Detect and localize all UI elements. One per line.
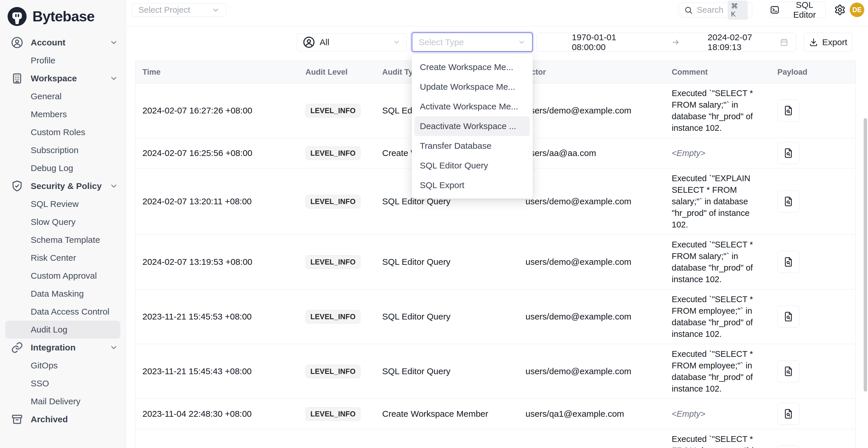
- cell-actor: users/demo@example.com: [526, 366, 631, 376]
- audit-level-badge: LEVEL_INFO: [305, 255, 361, 269]
- payload-view-button[interactable]: [777, 142, 799, 164]
- search-placeholder: Search: [697, 5, 723, 15]
- payload-view-button[interactable]: [777, 445, 799, 448]
- brand-name: Bytebase: [32, 8, 94, 25]
- select-project-dropdown[interactable]: Select Project: [132, 3, 226, 17]
- payload-view-button[interactable]: [777, 360, 799, 382]
- sidebar-item-label: Integration: [31, 343, 75, 352]
- sidebar-item-data-masking[interactable]: Data Masking: [0, 285, 126, 303]
- audit-level-badge: LEVEL_INFO: [305, 104, 361, 118]
- sidebar-item-general[interactable]: General: [0, 87, 126, 105]
- sidebar-item-mail-delivery[interactable]: Mail Delivery: [0, 392, 126, 410]
- sidebar-item-label: Data Access Control: [31, 307, 110, 317]
- menu-item-update-workspace-me[interactable]: Update Workspace Me...: [412, 77, 533, 97]
- column-header-time: Time: [135, 61, 299, 83]
- shield-check-icon: [11, 180, 23, 192]
- file-search-icon: [783, 409, 794, 419]
- sidebar-item-archived[interactable]: Archived: [0, 410, 126, 428]
- export-button[interactable]: Export: [804, 33, 852, 52]
- audit-level-badge: LEVEL_INFO: [305, 147, 361, 160]
- sidebar-item-label: Profile: [31, 56, 55, 65]
- sidebar-item-label: Debug Log: [31, 163, 73, 173]
- sidebar-item-schema-template[interactable]: Schema Template: [0, 231, 126, 249]
- sidebar-item-security-policy[interactable]: Security & Policy: [0, 177, 126, 195]
- sidebar-item-sql-review[interactable]: SQL Review: [0, 195, 126, 213]
- sidebar-item-integration[interactable]: Integration: [0, 339, 126, 357]
- file-search-icon: [783, 105, 794, 116]
- search-input[interactable]: Search ⌘ K: [679, 3, 752, 18]
- chevron-down-icon: [110, 74, 118, 83]
- cell-time: 2023-11-21 15:45:43 +08:00: [143, 366, 252, 376]
- sidebar-item-label: GitOps: [31, 361, 58, 371]
- column-header-comment: Comment: [665, 61, 770, 83]
- cell-comment: Executed `"SELECT * FROM employee;"` in …: [672, 348, 764, 394]
- payload-view-button[interactable]: [777, 306, 799, 328]
- sidebar-item-sso[interactable]: SSO: [0, 375, 126, 392]
- sidebar-item-label: General: [31, 91, 62, 101]
- date-end-value[interactable]: 2024-02-07 18:09:13: [708, 32, 780, 52]
- sidebar-item-subscription[interactable]: Subscription: [0, 141, 126, 159]
- table-row: 2023-11-21 15:45:53 +08:00 LEVEL_INFO SQ…: [135, 289, 856, 344]
- sidebar-item-profile[interactable]: Profile: [0, 52, 126, 69]
- sidebar-item-members[interactable]: Members: [0, 105, 126, 123]
- sidebar-item-label: Slow Query: [31, 217, 75, 227]
- menu-item-sql-export[interactable]: SQL Export: [412, 175, 533, 195]
- search-shortcut-badge: ⌘ K: [727, 1, 748, 20]
- audit-level-badge: LEVEL_INFO: [305, 310, 361, 324]
- payload-view-button[interactable]: [777, 100, 799, 122]
- table-row: 2023-11-04 22:48:30 +08:00 LEVEL_INFO Cr…: [135, 399, 856, 429]
- sidebar-item-custom-approval[interactable]: Custom Approval: [0, 267, 126, 285]
- menu-item-transfer-database[interactable]: Transfer Database: [412, 136, 533, 156]
- menu-item-sql-editor-query[interactable]: SQL Editor Query: [412, 156, 533, 175]
- cell-actor: users/aa@aa.com: [526, 148, 596, 158]
- avatar[interactable]: DE: [850, 3, 864, 17]
- sidebar-item-label: Data Masking: [31, 289, 84, 299]
- download-icon: [809, 38, 818, 47]
- column-header-actor: Actor: [519, 61, 665, 83]
- sql-editor-button[interactable]: SQL Editor: [770, 2, 826, 18]
- sidebar-item-slow-query[interactable]: Slow Query: [0, 213, 126, 231]
- table-row: 2023-11-04 21:26:24 +08:00 LEVEL_INFO SQ…: [135, 429, 856, 448]
- sql-editor-label: SQL Editor: [784, 0, 826, 20]
- cell-comment: Executed `"SELECT * FROM employee;"` in …: [672, 293, 764, 340]
- gear-icon[interactable]: [834, 4, 846, 15]
- menu-item-deactivate-workspace[interactable]: Deactivate Workspace ...: [414, 116, 530, 136]
- cell-audit-type: SQL Editor Query: [382, 366, 451, 376]
- chevron-down-icon: [110, 38, 118, 47]
- sidebar-item-risk-center[interactable]: Risk Center: [0, 249, 126, 267]
- menu-item-activate-workspace-me[interactable]: Activate Workspace Me...: [412, 97, 533, 116]
- type-filter-dropdown[interactable]: Select Type: [412, 32, 533, 52]
- sidebar-item-label: SQL Review: [31, 199, 79, 209]
- vertical-scrollbar[interactable]: [864, 118, 867, 391]
- file-search-icon: [783, 148, 794, 158]
- sidebar-item-label: Security & Policy: [31, 181, 102, 191]
- sidebar-item-audit-log[interactable]: Audit Log: [5, 321, 120, 339]
- column-header-payload: Payload: [770, 61, 856, 83]
- sidebar-item-gitops[interactable]: GitOps: [0, 357, 126, 375]
- date-start-value[interactable]: 1970-01-01 08:00:00: [572, 32, 644, 52]
- audit-level-badge: LEVEL_INFO: [305, 365, 361, 378]
- cell-actor: users/demo@example.com: [526, 312, 631, 322]
- payload-view-button[interactable]: [777, 251, 799, 273]
- date-range-picker[interactable]: 1970-01-01 08:00:00 2024-02-07 18:09:13: [536, 33, 796, 52]
- sidebar-item-label: Subscription: [31, 145, 79, 155]
- sidebar-item-account[interactable]: Account: [0, 34, 126, 52]
- sidebar-item-debug-log[interactable]: Debug Log: [0, 159, 126, 177]
- building-icon: [11, 72, 23, 85]
- archive-icon: [11, 413, 23, 425]
- payload-view-button[interactable]: [777, 403, 799, 425]
- sidebar-item-data-access-control[interactable]: Data Access Control: [0, 303, 126, 321]
- cell-time: 2024-02-07 16:25:56 +08:00: [143, 148, 252, 158]
- menu-item-create-workspace-me[interactable]: Create Workspace Me...: [412, 57, 533, 77]
- audit-level-badge: LEVEL_INFO: [305, 195, 361, 209]
- bytebase-logo[interactable]: Bytebase: [0, 0, 126, 32]
- actor-filter-dropdown[interactable]: All: [297, 33, 407, 51]
- person-circle-icon: [11, 36, 23, 49]
- cell-comment: Executed `"SELECT * FROM salary;"` in da…: [672, 239, 764, 285]
- payload-view-button[interactable]: [777, 190, 799, 213]
- sidebar-item-label: Workspace: [31, 73, 77, 83]
- sidebar-item-label: Risk Center: [31, 253, 76, 263]
- cell-comment: <Empty>: [672, 147, 705, 159]
- sidebar-item-workspace[interactable]: Workspace: [0, 69, 126, 87]
- sidebar-item-custom-roles[interactable]: Custom Roles: [0, 123, 126, 141]
